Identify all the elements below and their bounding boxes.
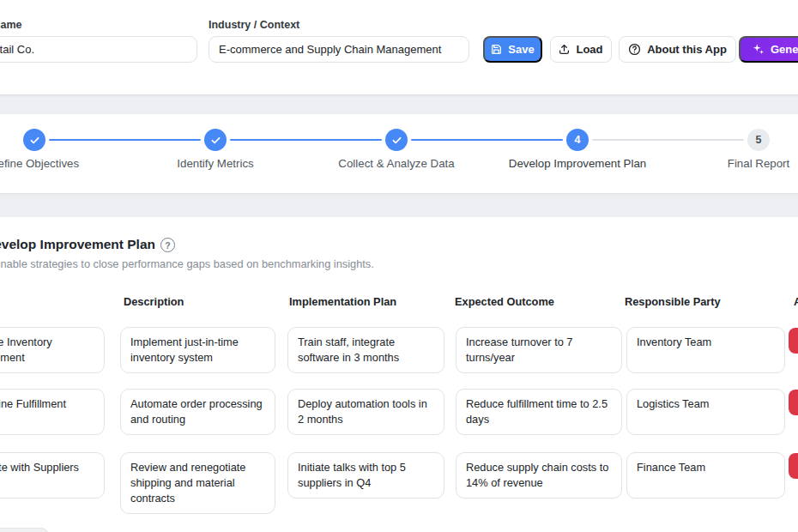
description-cell[interactable]: Automate order processing and routing: [120, 389, 275, 435]
implementation-cell[interactable]: Deploy automation tools in 2 months: [287, 389, 444, 435]
outcome-cell[interactable]: Increase turnover to 7 turns/year: [456, 327, 622, 373]
description-cell[interactable]: Review and renegotiate shipping and mate…: [120, 452, 275, 514]
benchmarking-app: Company Name Retail Co. Industry / Conte…: [0, 0, 798, 532]
delete-strategy-button[interactable]: [789, 390, 798, 415]
party-cell[interactable]: Logistics Team: [626, 389, 785, 435]
delete-strategy-button[interactable]: [789, 453, 798, 479]
description-cell[interactable]: Implement just-in-time inventory system: [120, 327, 275, 373]
implementation-cell[interactable]: Train staff, integrate software in 3 mon…: [287, 327, 444, 373]
strategy-cell[interactable]: Optimize Inventory Management: [0, 327, 105, 373]
partial-bottom-left-button[interactable]: [0, 528, 49, 532]
implementation-cell[interactable]: Initiate talks with top 5 suppliers in Q…: [287, 452, 444, 499]
party-cell[interactable]: Inventory Team: [626, 327, 785, 373]
party-cell[interactable]: Finance Team: [626, 452, 785, 499]
strategy-cell[interactable]: Streamline Fulfillment: [0, 389, 105, 435]
delete-strategy-button[interactable]: [789, 328, 798, 354]
strategy-rows: Optimize Inventory ManagementImplement j…: [0, 0, 798, 532]
strategy-cell[interactable]: Negotiate with Suppliers: [0, 452, 105, 499]
outcome-cell[interactable]: Reduce fulfillment time to 2.5 days: [456, 389, 622, 435]
outcome-cell[interactable]: Reduce supply chain costs to 14% of reve…: [456, 452, 622, 499]
